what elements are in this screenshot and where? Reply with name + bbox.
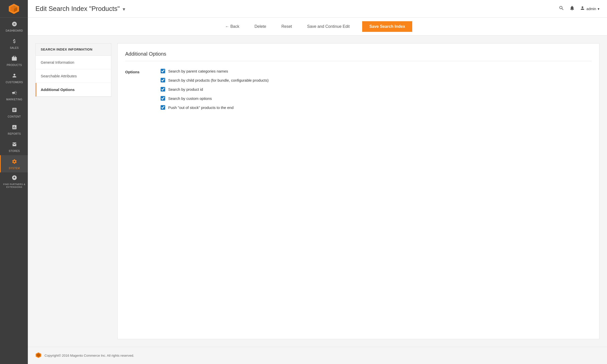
sidebar-item-marketing-label: Marketing	[6, 98, 23, 101]
stores-icon	[12, 142, 17, 149]
checkbox-custom-options-label: Search by custom options	[168, 96, 212, 101]
checkbox-custom-options-input[interactable]	[161, 96, 165, 101]
checkbox-product-id-label: Search by product id	[168, 87, 203, 92]
sidebar-item-find-label: Find Partners & Extensions	[2, 183, 27, 189]
checkbox-parent-categories-label: Search by parent categories names	[168, 69, 228, 73]
sidebar-item-system[interactable]: System	[0, 155, 28, 172]
checkbox-child-products[interactable]: Search by child products (for bundle, co…	[161, 78, 269, 82]
right-panel: Additional Options Options Search by par…	[117, 43, 599, 339]
sidebar-item-content[interactable]: Content	[0, 104, 28, 121]
sidebar-item-stores[interactable]: Stores	[0, 138, 28, 155]
sidebar-item-stores-label: Stores	[9, 150, 20, 153]
back-button[interactable]: ← Back	[223, 22, 242, 31]
sidebar-item-sales[interactable]: Sales	[0, 35, 28, 52]
page-footer: Copyright© 2016 Magento Commerce Inc. Al…	[28, 347, 607, 364]
sidebar-navigation: Dashboard Sales Products Customers Marke	[0, 18, 28, 191]
checkbox-out-of-stock-input[interactable]	[161, 105, 165, 110]
page-header: Edit Search Index "Products" ▾ admin ▾	[28, 0, 607, 18]
sidebar-item-reports[interactable]: Reports	[0, 121, 28, 138]
footer-text: Copyright© 2016 Magento Commerce Inc. Al…	[45, 354, 134, 357]
section-title: Additional Options	[125, 51, 592, 61]
save-continue-button[interactable]: Save and Continue Edit	[305, 22, 352, 31]
checkbox-custom-options[interactable]: Search by custom options	[161, 96, 269, 101]
checkbox-parent-categories-input[interactable]	[161, 69, 165, 73]
reset-button[interactable]: Reset	[279, 22, 294, 31]
options-label: Options	[125, 69, 150, 110]
sidebar-item-customers[interactable]: Customers	[0, 69, 28, 86]
checkbox-out-of-stock[interactable]: Push "out of stock" products to the end	[161, 105, 269, 110]
sidebar-item-sales-label: Sales	[10, 47, 19, 50]
customers-icon	[12, 73, 17, 80]
user-caret: ▾	[598, 7, 599, 11]
reports-icon	[12, 124, 17, 131]
sidebar: Dashboard Sales Products Customers Marke	[0, 0, 28, 364]
left-panel-header: Search Index Information	[36, 43, 111, 56]
notifications-icon[interactable]	[569, 5, 575, 12]
main-content: Edit Search Index "Products" ▾ admin ▾ ←…	[28, 0, 607, 364]
sidebar-item-products-label: Products	[7, 64, 22, 67]
sidebar-item-marketing[interactable]: Marketing	[0, 86, 28, 104]
checkbox-out-of-stock-label: Push "out of stock" products to the end	[168, 105, 233, 110]
header-actions: admin ▾	[559, 5, 599, 12]
sidebar-item-system-label: System	[9, 167, 20, 170]
sidebar-item-dashboard-label: Dashboard	[6, 29, 23, 32]
checkbox-product-id-input[interactable]	[161, 87, 165, 92]
sidebar-item-find[interactable]: Find Partners & Extensions	[0, 172, 28, 191]
checkbox-product-id[interactable]: Search by product id	[161, 87, 269, 92]
search-icon[interactable]	[559, 5, 564, 12]
left-panel-item-general[interactable]: General Information	[36, 56, 111, 69]
system-icon	[12, 159, 17, 166]
sidebar-item-content-label: Content	[8, 115, 21, 118]
products-icon	[12, 56, 17, 63]
sidebar-item-reports-label: Reports	[8, 132, 21, 135]
left-panel-item-searchable[interactable]: Searchable Attributes	[36, 69, 111, 83]
action-bar: ← Back Delete Reset Save and Continue Ed…	[28, 18, 607, 36]
user-label: admin	[587, 7, 596, 11]
find-icon	[12, 175, 17, 182]
page-title: Edit Search Index "Products" ▾	[35, 5, 125, 13]
marketing-icon	[12, 90, 17, 97]
left-panel-item-additional[interactable]: Additional Options	[36, 83, 111, 97]
save-search-index-button[interactable]: Save Search Index	[362, 21, 412, 32]
checkbox-child-products-label: Search by child products (for bundle, co…	[168, 78, 269, 82]
title-caret[interactable]: ▾	[123, 6, 125, 12]
left-panel: Search Index Information General Informa…	[35, 43, 111, 97]
checkbox-child-products-input[interactable]	[161, 78, 165, 82]
user-menu[interactable]: admin ▾	[580, 6, 599, 12]
user-avatar-icon	[580, 6, 585, 12]
sidebar-logo	[0, 0, 28, 18]
options-row: Options Search by parent categories name…	[125, 66, 592, 112]
sidebar-item-products[interactable]: Products	[0, 52, 28, 69]
options-checkboxes: Search by parent categories names Search…	[161, 69, 269, 110]
sidebar-item-customers-label: Customers	[6, 81, 23, 84]
sidebar-item-dashboard[interactable]: Dashboard	[0, 18, 28, 35]
delete-button[interactable]: Delete	[252, 22, 269, 31]
sales-icon	[12, 38, 17, 46]
content-icon	[12, 107, 17, 114]
dashboard-icon	[12, 21, 17, 28]
checkbox-parent-categories[interactable]: Search by parent categories names	[161, 69, 269, 73]
content-area: Search Index Information General Informa…	[28, 36, 607, 347]
footer-logo	[35, 352, 41, 359]
